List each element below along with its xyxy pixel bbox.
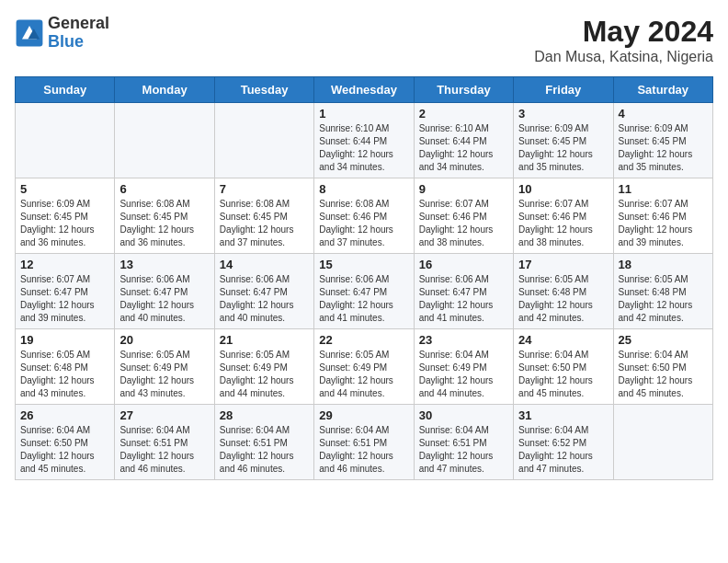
day-number: 24 bbox=[518, 333, 608, 347]
day-info: Sunrise: 6:04 AM Sunset: 6:51 PM Dayligh… bbox=[220, 424, 309, 476]
day-number: 29 bbox=[319, 408, 408, 422]
day-number: 10 bbox=[518, 182, 608, 196]
day-info: Sunrise: 6:07 AM Sunset: 6:47 PM Dayligh… bbox=[20, 273, 109, 325]
calendar-cell bbox=[16, 103, 115, 178]
calendar-cell bbox=[613, 405, 712, 480]
day-number: 4 bbox=[619, 107, 708, 121]
calendar-cell: 21Sunrise: 6:05 AM Sunset: 6:49 PM Dayli… bbox=[214, 329, 313, 405]
day-info: Sunrise: 6:04 AM Sunset: 6:52 PM Dayligh… bbox=[518, 424, 608, 476]
day-number: 1 bbox=[319, 107, 408, 121]
day-info: Sunrise: 6:07 AM Sunset: 6:46 PM Dayligh… bbox=[619, 198, 708, 249]
calendar-cell: 27Sunrise: 6:04 AM Sunset: 6:51 PM Dayli… bbox=[115, 405, 214, 480]
day-number: 8 bbox=[319, 182, 408, 196]
day-header-sunday: Sunday bbox=[16, 77, 115, 103]
calendar-cell: 9Sunrise: 6:07 AM Sunset: 6:46 PM Daylig… bbox=[414, 178, 513, 254]
calendar-cell: 22Sunrise: 6:05 AM Sunset: 6:49 PM Dayli… bbox=[314, 329, 414, 405]
week-row-4: 19Sunrise: 6:05 AM Sunset: 6:48 PM Dayli… bbox=[16, 329, 713, 405]
day-info: Sunrise: 6:04 AM Sunset: 6:50 PM Dayligh… bbox=[619, 349, 708, 400]
day-number: 3 bbox=[518, 107, 608, 121]
day-number: 11 bbox=[619, 182, 708, 196]
day-info: Sunrise: 6:08 AM Sunset: 6:46 PM Dayligh… bbox=[319, 198, 408, 249]
calendar-cell: 31Sunrise: 6:04 AM Sunset: 6:52 PM Dayli… bbox=[514, 405, 613, 480]
day-number: 30 bbox=[419, 408, 508, 422]
week-row-5: 26Sunrise: 6:04 AM Sunset: 6:50 PM Dayli… bbox=[16, 405, 713, 480]
calendar-cell: 20Sunrise: 6:05 AM Sunset: 6:49 PM Dayli… bbox=[115, 329, 214, 405]
logo-blue-text: Blue bbox=[48, 33, 109, 52]
calendar-cell: 8Sunrise: 6:08 AM Sunset: 6:46 PM Daylig… bbox=[314, 178, 414, 254]
page-header: General Blue May 2024 Dan Musa, Katsina,… bbox=[15, 15, 713, 65]
day-number: 20 bbox=[119, 333, 209, 347]
day-number: 2 bbox=[419, 107, 508, 121]
day-header-tuesday: Tuesday bbox=[214, 77, 313, 103]
day-info: Sunrise: 6:06 AM Sunset: 6:47 PM Dayligh… bbox=[220, 273, 309, 325]
day-number: 28 bbox=[220, 408, 309, 422]
calendar-cell: 12Sunrise: 6:07 AM Sunset: 6:47 PM Dayli… bbox=[16, 254, 115, 329]
day-info: Sunrise: 6:08 AM Sunset: 6:45 PM Dayligh… bbox=[119, 198, 209, 249]
calendar-cell: 25Sunrise: 6:04 AM Sunset: 6:50 PM Dayli… bbox=[613, 329, 712, 405]
day-info: Sunrise: 6:09 AM Sunset: 6:45 PM Dayligh… bbox=[20, 198, 109, 249]
day-number: 9 bbox=[419, 182, 508, 196]
day-info: Sunrise: 6:05 AM Sunset: 6:49 PM Dayligh… bbox=[119, 349, 209, 400]
calendar-cell: 14Sunrise: 6:06 AM Sunset: 6:47 PM Dayli… bbox=[214, 254, 313, 329]
day-info: Sunrise: 6:05 AM Sunset: 6:48 PM Dayligh… bbox=[619, 273, 708, 325]
logo-general-text: General bbox=[48, 15, 109, 33]
day-number: 5 bbox=[20, 182, 109, 196]
calendar-cell: 24Sunrise: 6:04 AM Sunset: 6:50 PM Dayli… bbox=[514, 329, 613, 405]
logo-icon bbox=[15, 18, 44, 48]
calendar-cell: 11Sunrise: 6:07 AM Sunset: 6:46 PM Dayli… bbox=[613, 178, 712, 254]
day-info: Sunrise: 6:04 AM Sunset: 6:51 PM Dayligh… bbox=[319, 424, 408, 476]
calendar-cell: 29Sunrise: 6:04 AM Sunset: 6:51 PM Dayli… bbox=[314, 405, 414, 480]
day-info: Sunrise: 6:07 AM Sunset: 6:46 PM Dayligh… bbox=[419, 198, 508, 249]
calendar-cell: 4Sunrise: 6:09 AM Sunset: 6:45 PM Daylig… bbox=[613, 103, 712, 178]
calendar-cell: 10Sunrise: 6:07 AM Sunset: 6:46 PM Dayli… bbox=[514, 178, 613, 254]
calendar-cell: 2Sunrise: 6:10 AM Sunset: 6:44 PM Daylig… bbox=[414, 103, 513, 178]
day-number: 19 bbox=[20, 333, 109, 347]
day-info: Sunrise: 6:05 AM Sunset: 6:49 PM Dayligh… bbox=[220, 349, 309, 400]
day-number: 25 bbox=[619, 333, 708, 347]
day-info: Sunrise: 6:04 AM Sunset: 6:50 PM Dayligh… bbox=[20, 424, 109, 476]
calendar-cell: 7Sunrise: 6:08 AM Sunset: 6:45 PM Daylig… bbox=[214, 178, 313, 254]
day-info: Sunrise: 6:05 AM Sunset: 6:48 PM Dayligh… bbox=[518, 273, 608, 325]
calendar-cell: 19Sunrise: 6:05 AM Sunset: 6:48 PM Dayli… bbox=[16, 329, 115, 405]
calendar-cell: 1Sunrise: 6:10 AM Sunset: 6:44 PM Daylig… bbox=[314, 103, 414, 178]
calendar-cell: 15Sunrise: 6:06 AM Sunset: 6:47 PM Dayli… bbox=[314, 254, 414, 329]
calendar-cell: 5Sunrise: 6:09 AM Sunset: 6:45 PM Daylig… bbox=[16, 178, 115, 254]
title-block: May 2024 Dan Musa, Katsina, Nigeria bbox=[534, 15, 713, 65]
day-number: 13 bbox=[119, 258, 209, 271]
week-row-2: 5Sunrise: 6:09 AM Sunset: 6:45 PM Daylig… bbox=[16, 178, 713, 254]
calendar-cell: 26Sunrise: 6:04 AM Sunset: 6:50 PM Dayli… bbox=[16, 405, 115, 480]
day-info: Sunrise: 6:10 AM Sunset: 6:44 PM Dayligh… bbox=[419, 122, 508, 174]
day-number: 6 bbox=[119, 182, 209, 196]
day-info: Sunrise: 6:06 AM Sunset: 6:47 PM Dayligh… bbox=[319, 273, 408, 325]
day-info: Sunrise: 6:04 AM Sunset: 6:49 PM Dayligh… bbox=[419, 349, 508, 400]
calendar-cell: 28Sunrise: 6:04 AM Sunset: 6:51 PM Dayli… bbox=[214, 405, 313, 480]
day-number: 27 bbox=[119, 408, 209, 422]
day-number: 17 bbox=[518, 258, 608, 271]
calendar-cell: 18Sunrise: 6:05 AM Sunset: 6:48 PM Dayli… bbox=[613, 254, 712, 329]
day-info: Sunrise: 6:09 AM Sunset: 6:45 PM Dayligh… bbox=[518, 122, 608, 174]
calendar-cell: 30Sunrise: 6:04 AM Sunset: 6:51 PM Dayli… bbox=[414, 405, 513, 480]
calendar-cell bbox=[115, 103, 214, 178]
day-info: Sunrise: 6:06 AM Sunset: 6:47 PM Dayligh… bbox=[119, 273, 209, 325]
day-header-monday: Monday bbox=[115, 77, 214, 103]
days-header-row: SundayMondayTuesdayWednesdayThursdayFrid… bbox=[16, 77, 713, 103]
calendar-cell: 23Sunrise: 6:04 AM Sunset: 6:49 PM Dayli… bbox=[414, 329, 513, 405]
calendar-cell: 16Sunrise: 6:06 AM Sunset: 6:47 PM Dayli… bbox=[414, 254, 513, 329]
week-row-1: 1Sunrise: 6:10 AM Sunset: 6:44 PM Daylig… bbox=[16, 103, 713, 178]
calendar-cell bbox=[214, 103, 313, 178]
day-number: 26 bbox=[20, 408, 109, 422]
week-row-3: 12Sunrise: 6:07 AM Sunset: 6:47 PM Dayli… bbox=[16, 254, 713, 329]
day-number: 23 bbox=[419, 333, 508, 347]
calendar-cell: 13Sunrise: 6:06 AM Sunset: 6:47 PM Dayli… bbox=[115, 254, 214, 329]
day-number: 31 bbox=[518, 408, 608, 422]
day-info: Sunrise: 6:10 AM Sunset: 6:44 PM Dayligh… bbox=[319, 122, 408, 174]
day-header-thursday: Thursday bbox=[414, 77, 513, 103]
logo: General Blue bbox=[15, 15, 109, 52]
day-number: 21 bbox=[220, 333, 309, 347]
month-year-title: May 2024 bbox=[534, 15, 713, 49]
calendar-cell: 17Sunrise: 6:05 AM Sunset: 6:48 PM Dayli… bbox=[514, 254, 613, 329]
day-info: Sunrise: 6:04 AM Sunset: 6:51 PM Dayligh… bbox=[119, 424, 209, 476]
day-number: 18 bbox=[619, 258, 708, 271]
day-info: Sunrise: 6:06 AM Sunset: 6:47 PM Dayligh… bbox=[419, 273, 508, 325]
calendar-cell: 6Sunrise: 6:08 AM Sunset: 6:45 PM Daylig… bbox=[115, 178, 214, 254]
